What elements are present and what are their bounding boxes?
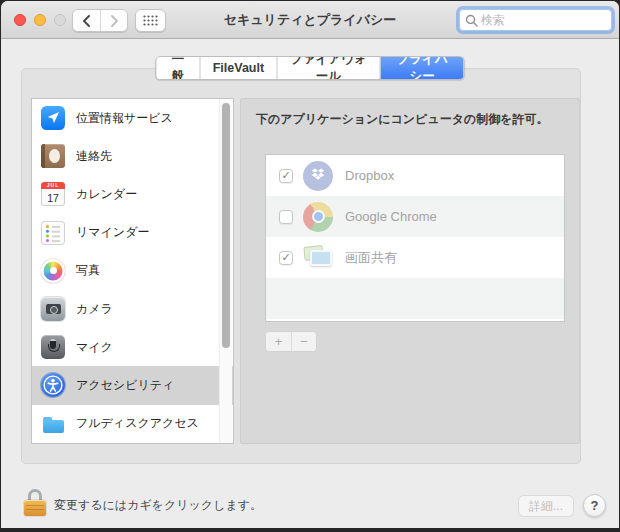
- help-button[interactable]: ?: [583, 494, 606, 517]
- tab-filevault[interactable]: FileVault: [200, 57, 276, 79]
- lock-icon[interactable]: [23, 489, 47, 517]
- sidebar-item-label: 写真: [76, 262, 100, 279]
- traffic-lights: [14, 14, 66, 26]
- app-name: Dropbox: [345, 168, 394, 183]
- dropbox-checkbox[interactable]: [279, 169, 293, 183]
- calendar-icon: JUL 17: [41, 182, 65, 206]
- sidebar-item-label: 位置情報サービス: [76, 110, 173, 127]
- remove-app-button[interactable]: −: [291, 332, 316, 351]
- grid-icon: [143, 15, 158, 26]
- search-icon: [465, 14, 478, 27]
- chrome-icon: [303, 202, 333, 232]
- dropbox-icon: [303, 161, 333, 191]
- scrollbar-thumb[interactable]: [222, 103, 230, 348]
- back-button[interactable]: [73, 10, 100, 31]
- sidebar-item-label: アクセシビリティ: [76, 377, 174, 394]
- sidebar-item-location-services[interactable]: 位置情報サービス: [32, 99, 233, 137]
- advanced-button[interactable]: 詳細...: [518, 495, 574, 517]
- app-row-dropbox[interactable]: Dropbox: [266, 155, 564, 196]
- sidebar-item-label: 連絡先: [76, 148, 112, 165]
- app-row-screen-sharing[interactable]: 画面共有: [266, 237, 564, 278]
- photos-icon: [41, 259, 65, 283]
- chevron-right-icon: [108, 14, 120, 28]
- sidebar-scrollbar[interactable]: [219, 99, 232, 443]
- sidebar-item-microphone[interactable]: マイク: [32, 328, 233, 366]
- sidebar-item-calendar[interactable]: JUL 17 カレンダー: [32, 175, 233, 213]
- sidebar-item-reminders[interactable]: リマインダー: [32, 214, 233, 252]
- calendar-month-label: JUL: [41, 182, 65, 189]
- sidebar-item-photos[interactable]: 写真: [32, 252, 233, 290]
- add-remove-controls: + −: [265, 331, 317, 352]
- tab-general[interactable]: 一般: [157, 57, 200, 79]
- contacts-icon: [41, 144, 65, 168]
- screen-sharing-checkbox[interactable]: [279, 251, 293, 265]
- chevron-left-icon: [81, 14, 93, 28]
- location-icon: [41, 106, 65, 130]
- app-name: Google Chrome: [345, 209, 437, 224]
- sidebar-item-camera[interactable]: カメラ: [32, 290, 233, 328]
- sidebar-item-label: カメラ: [76, 301, 113, 318]
- tab-bar: 一般 FileVault ファイアウォール プライバシー: [156, 56, 465, 80]
- nav-buttons: [72, 9, 128, 32]
- zoom-button: [54, 14, 66, 26]
- lock-hint-text: 変更するにはカギをクリックします。: [54, 497, 262, 514]
- security-privacy-window: セキュリティとプライバシー 一般 FileVault ファイアウォール プライバ…: [1, 1, 619, 528]
- sidebar-item-label: フルディスクアクセス: [76, 415, 199, 432]
- app-permission-list: Dropbox Google Chrome 画面共有: [265, 154, 565, 322]
- sidebar-item-label: リマインダー: [76, 224, 149, 241]
- tab-privacy[interactable]: プライバシー: [380, 57, 464, 79]
- folder-icon: [41, 412, 65, 436]
- microphone-icon: [41, 335, 65, 359]
- screen-sharing-icon: [303, 243, 333, 273]
- google-chrome-checkbox[interactable]: [279, 210, 293, 224]
- panel-header: 下のアプリケーションにコンピュータの制御を許可。: [256, 111, 549, 128]
- sidebar-item-contacts[interactable]: 連絡先: [32, 137, 233, 175]
- app-name: 画面共有: [345, 249, 397, 267]
- detail-panel: 下のアプリケーションにコンピュータの制御を許可。 Drop: [240, 98, 580, 444]
- minimize-button[interactable]: [34, 14, 46, 26]
- search-field[interactable]: [459, 9, 612, 31]
- sidebar-item-label: マイク: [76, 339, 113, 356]
- lock-body: [24, 500, 46, 516]
- camera-icon: [41, 297, 65, 321]
- sidebar-item-accessibility[interactable]: アクセシビリティ: [32, 366, 233, 404]
- forward-button[interactable]: [100, 10, 127, 31]
- search-input[interactable]: [481, 13, 606, 27]
- accessibility-icon: [41, 373, 65, 397]
- reminders-icon: [41, 221, 65, 245]
- show-all-button[interactable]: [135, 9, 166, 32]
- tab-firewall[interactable]: ファイアウォール: [276, 57, 380, 79]
- title-bar: セキュリティとプライバシー: [1, 1, 619, 39]
- privacy-category-list: 位置情報サービス 連絡先 JUL 17 カレンダー リマインダー 写真 カメラ: [31, 98, 234, 444]
- close-button[interactable]: [14, 14, 26, 26]
- sidebar-item-full-disk-access[interactable]: フルディスクアクセス: [32, 405, 233, 443]
- add-app-button[interactable]: +: [266, 332, 291, 351]
- calendar-day-label: 17: [41, 189, 65, 206]
- sidebar-item-label: カレンダー: [76, 186, 137, 203]
- app-row-google-chrome[interactable]: Google Chrome: [266, 196, 564, 237]
